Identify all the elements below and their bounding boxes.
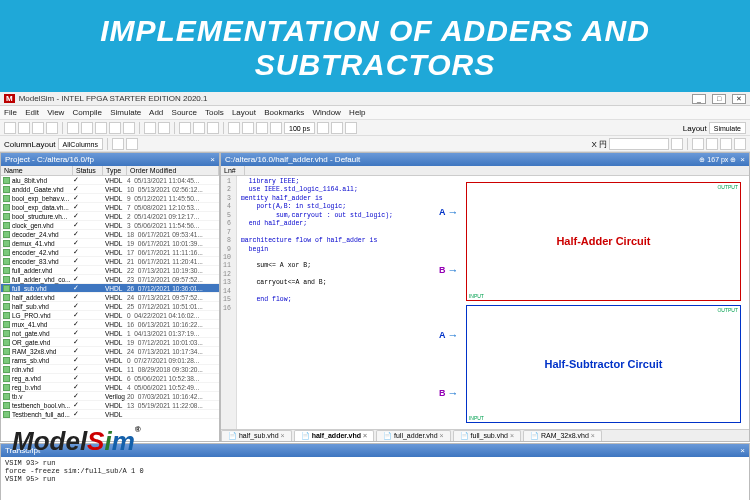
menu-add[interactable]: Add: [149, 108, 163, 117]
project-title: Project - C:/altera/16.0/fp: [5, 155, 94, 164]
file-row[interactable]: OR_gate.vhd✓VHDL19 07/12/2021 10:01:03..…: [1, 338, 219, 347]
project-rows[interactable]: alu_8bit.vhd✓VHDL4 05/13/2021 11:04:45..…: [1, 176, 219, 441]
tb-break-icon[interactable]: [256, 122, 268, 134]
toolbar-1: 100 ps Layout Simulate: [0, 120, 750, 136]
file-row[interactable]: Testbench_full_ad...✓VHDL: [1, 410, 219, 419]
tb-zoom-icon[interactable]: [112, 138, 124, 150]
editor-tab[interactable]: 📄 half_adder.vhd ×: [294, 430, 374, 441]
menu-layout[interactable]: Layout: [232, 108, 256, 117]
maximize-icon[interactable]: □: [712, 94, 726, 104]
tb-restart-icon[interactable]: [345, 122, 357, 134]
editor-tab[interactable]: 📄 half_sub.vhd ×: [221, 430, 292, 441]
half-sub-label: Half-Subtractor Circuit: [544, 358, 662, 370]
search-input[interactable]: [609, 138, 669, 150]
tb-redo-icon[interactable]: [123, 122, 135, 134]
file-row[interactable]: not_gate.vhd✓VHDL1 04/13/2021 01:37:19..…: [1, 329, 219, 338]
menu-source[interactable]: Source: [172, 108, 197, 117]
file-row[interactable]: full_adder_vhd_co...✓VHDL23 07/12/2021 0…: [1, 275, 219, 284]
col-status[interactable]: Status: [73, 166, 103, 175]
menu-file[interactable]: File: [4, 108, 17, 117]
col-type[interactable]: Type: [103, 166, 127, 175]
tb-marker2-icon[interactable]: [706, 138, 718, 150]
tb-stop-icon[interactable]: [270, 122, 282, 134]
columnlayout-select[interactable]: AllColumns: [58, 138, 103, 150]
file-row[interactable]: alu_8bit.vhd✓VHDL4 05/13/2021 11:04:45..…: [1, 176, 219, 185]
tb-undo-icon[interactable]: [109, 122, 121, 134]
file-row[interactable]: encoder_83.vhd✓VHDL21 06/17/2021 11:20:4…: [1, 257, 219, 266]
editor-tab[interactable]: 📄 full_sub.vhd ×: [453, 430, 521, 441]
tb-run-icon[interactable]: [228, 122, 240, 134]
file-row[interactable]: bool_exp_data.vh...✓VHDL7 05/08/2021 12:…: [1, 203, 219, 212]
file-row[interactable]: LG_PRO.vhd✓VHDL0 04/22/2021 04:16:02...: [1, 311, 219, 320]
editor-tab[interactable]: 📄 full_adder.vhd ×: [376, 430, 451, 441]
file-row[interactable]: rdn.vhd✓VHDL11 08/29/2018 09:30:20...: [1, 365, 219, 374]
editor-tab[interactable]: 📄 RAM_32x8.vhd ×: [523, 430, 602, 441]
file-row[interactable]: tb.v✓Verilog20 07/03/2021 10:16:42...: [1, 392, 219, 401]
tb-run-time-icon[interactable]: [317, 122, 329, 134]
menu-edit[interactable]: Edit: [25, 108, 39, 117]
m-icon: M: [4, 94, 15, 103]
file-row[interactable]: decoder_24.vhd✓VHDL18 06/17/2021 09:53:4…: [1, 230, 219, 239]
toolbar-2: ColumnLayout AllColumns X 円: [0, 136, 750, 152]
col-order-mod[interactable]: Order Modified: [127, 166, 219, 175]
x-indicator: X 円: [591, 139, 607, 150]
tb-paste-icon[interactable]: [95, 122, 107, 134]
editor-panel: C:/altera/16.0/half_adder.vhd - Default …: [220, 152, 750, 442]
file-row[interactable]: reg_a.vhd✓VHDL6 05/06/2021 10:52:38...: [1, 374, 219, 383]
tb-save-icon[interactable]: [32, 122, 44, 134]
menu-window[interactable]: Window: [312, 108, 340, 117]
menu-compile[interactable]: Compile: [73, 108, 102, 117]
tb-marker3-icon[interactable]: [720, 138, 732, 150]
file-row[interactable]: half_sub.vhd✓VHDL25 07/12/2021 10:51:01.…: [1, 302, 219, 311]
tb-compile-icon[interactable]: [144, 122, 156, 134]
tb-step-icon[interactable]: [207, 122, 219, 134]
tb-sim-icon[interactable]: [179, 122, 191, 134]
file-row[interactable]: bool_structure.vh...✓VHDL2 05/14/2021 09…: [1, 212, 219, 221]
menu-simulate[interactable]: Simulate: [110, 108, 141, 117]
editor-close-icon[interactable]: ×: [740, 155, 745, 164]
project-close-icon[interactable]: ×: [210, 155, 215, 164]
tb-cut-icon[interactable]: [67, 122, 79, 134]
code-editor[interactable]: 1 2 3 4 5 6 7 8 9 10 11 12 13 14 15 16 l…: [221, 176, 464, 429]
file-row[interactable]: full_adder.vhd✓VHDL22 07/13/2021 10:19:3…: [1, 266, 219, 275]
file-row[interactable]: anddd_Gaate.vhd✓VHDL10 05/13/2021 02:56:…: [1, 185, 219, 194]
layout-label: Layout: [683, 124, 707, 133]
tb-continue-icon[interactable]: [331, 122, 343, 134]
file-row[interactable]: RAM_32x8.vhd✓VHDL24 07/13/2021 10:17:34.…: [1, 347, 219, 356]
transcript-body[interactable]: VSIM 93> run force -freeze sim:/full_sub…: [1, 457, 749, 500]
menu-bookmarks[interactable]: Bookmarks: [264, 108, 304, 117]
close-icon[interactable]: ✕: [732, 94, 746, 104]
file-row[interactable]: demux_41.vhd✓VHDL19 06/17/2021 10:01:39.…: [1, 239, 219, 248]
tb-copy-icon[interactable]: [81, 122, 93, 134]
file-row[interactable]: mux_41.vhd✓VHDL16 06/13/2021 10:16:22...: [1, 320, 219, 329]
layout-select[interactable]: Simulate: [709, 122, 746, 134]
file-row[interactable]: clock_gen.vhd✓VHDL3 05/06/2021 11:54:56.…: [1, 221, 219, 230]
tb-find-icon[interactable]: [126, 138, 138, 150]
minimize-icon[interactable]: _: [692, 94, 706, 104]
menu-view[interactable]: View: [47, 108, 64, 117]
titlebar: M ModelSim - INTEL FPGA STARTER EDITION …: [0, 92, 750, 106]
tb-new-icon[interactable]: [4, 122, 16, 134]
tb-print-icon[interactable]: [46, 122, 58, 134]
file-row[interactable]: full_sub.vhd✓VHDL26 07/12/2021 10:36:01.…: [1, 284, 219, 293]
file-row[interactable]: rams_sb.vhd✓VHDL0 07/27/2021 09:01:28...: [1, 356, 219, 365]
menu-help[interactable]: Help: [349, 108, 365, 117]
file-row[interactable]: testbench_bool.vh...✓VHDL13 05/19/2021 1…: [1, 401, 219, 410]
col-name[interactable]: Name: [1, 166, 73, 175]
tb-help-icon[interactable]: [158, 122, 170, 134]
transcript-close-icon[interactable]: ×: [740, 446, 745, 455]
file-row[interactable]: bool_exp_behav.v...✓VHDL9 05/12/2021 11:…: [1, 194, 219, 203]
tb-open-icon[interactable]: [18, 122, 30, 134]
tb-binoc-icon[interactable]: [671, 138, 683, 150]
file-row[interactable]: half_adder.vhd✓VHDL24 07/13/2021 09:57:5…: [1, 293, 219, 302]
tb-run-all-icon[interactable]: [242, 122, 254, 134]
tb-wave-icon[interactable]: [193, 122, 205, 134]
file-row[interactable]: encoder_42.vhd✓VHDL17 06/17/2021 11:11:1…: [1, 248, 219, 257]
tb-marker-icon[interactable]: [692, 138, 704, 150]
project-header: Name Status Type Order Modified: [1, 166, 219, 176]
editor-zoom[interactable]: ⊕ 167 px ⊕: [699, 156, 736, 164]
tb-marker4-icon[interactable]: [734, 138, 746, 150]
menu-tools[interactable]: Tools: [205, 108, 224, 117]
file-row[interactable]: reg_b.vhd✓VHDL4 05/06/2021 10:52:49...: [1, 383, 219, 392]
runtime-field[interactable]: 100 ps: [284, 122, 315, 134]
